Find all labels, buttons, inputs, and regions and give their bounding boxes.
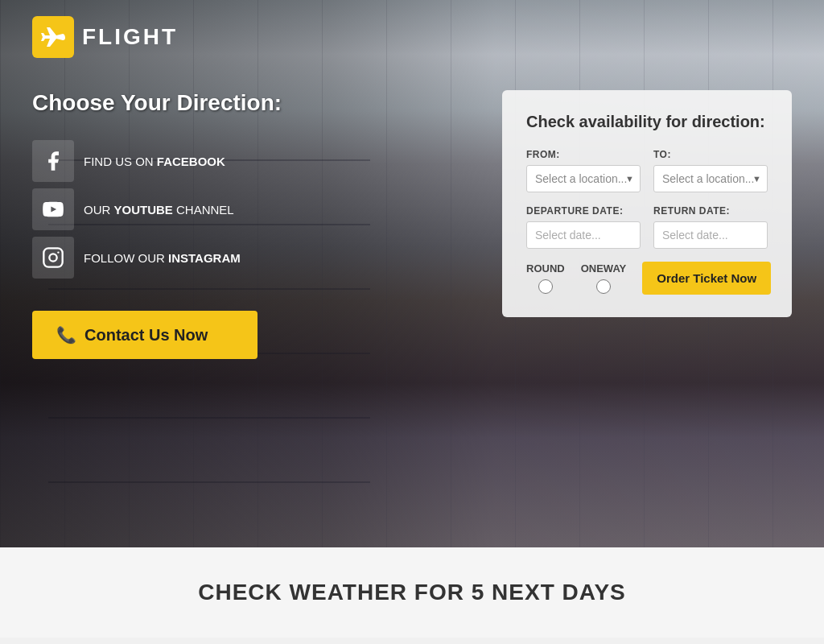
choose-direction-heading: Choose Your Direction: xyxy=(32,90,314,116)
youtube-row: OUR YOUTUBE CHANNEL xyxy=(32,188,314,230)
order-ticket-button[interactable]: Order Ticket Now xyxy=(642,262,771,295)
dates-row: DEPARTURE DATE: RETURN DATE: xyxy=(526,205,768,249)
from-select[interactable]: Select a location... xyxy=(526,165,641,192)
logo-icon-box xyxy=(32,16,74,58)
youtube-label: OUR YOUTUBE CHANNEL xyxy=(84,203,234,217)
logo: FLIGHT xyxy=(0,0,824,74)
hero-section: FLIGHT Choose Your Direction: xyxy=(0,0,824,547)
hero-content: FLIGHT Choose Your Direction: xyxy=(0,0,824,547)
departure-label: DEPARTURE DATE: xyxy=(526,205,641,217)
to-label: TO: xyxy=(653,149,768,160)
contact-btn-label: Contact Us Now xyxy=(84,326,208,345)
youtube-icon[interactable] xyxy=(32,188,74,230)
logo-text: FLIGHT xyxy=(82,24,178,50)
contact-us-button[interactable]: 📞 Contact Us Now xyxy=(32,311,258,359)
oneway-radio-group: ONEWAY xyxy=(581,262,627,294)
return-input[interactable] xyxy=(653,221,768,249)
left-panel: Choose Your Direction: FIND US ON FACEBO… xyxy=(32,90,314,359)
from-select-wrapper: Select a location... xyxy=(526,165,641,192)
return-label: RETURN DATE: xyxy=(653,205,768,217)
to-group: TO: Select a location... xyxy=(653,149,768,192)
svg-point-1 xyxy=(49,254,56,261)
facebook-label: FIND US ON FACEBOOK xyxy=(84,155,225,168)
svg-rect-0 xyxy=(43,248,62,266)
round-label: ROUND xyxy=(526,262,565,275)
options-row: ROUND ONEWAY Order Ticket Now xyxy=(526,262,768,295)
booking-form: Check availability for direction: FROM: … xyxy=(502,90,792,317)
airplane-icon xyxy=(40,24,66,50)
from-group: FROM: Select a location... xyxy=(526,149,641,192)
svg-point-2 xyxy=(57,251,59,253)
bottom-section: CHECK WEATHER FOR 5 NEXT DAYS xyxy=(0,547,824,638)
return-group: RETURN DATE: xyxy=(653,205,768,249)
social-section: FIND US ON FACEBOOK OUR YOUTUBE CHANNEL xyxy=(32,140,314,279)
from-to-row: FROM: Select a location... TO: Select a … xyxy=(526,149,768,192)
from-label: FROM: xyxy=(526,149,641,160)
weather-title: CHECK WEATHER FOR 5 NEXT DAYS xyxy=(32,580,792,605)
departure-input[interactable] xyxy=(526,221,641,249)
phone-icon: 📞 xyxy=(56,325,76,345)
to-select[interactable]: Select a location... xyxy=(653,165,768,192)
facebook-icon[interactable] xyxy=(32,140,74,182)
instagram-label: FOLLOW OUR INSTAGRAM xyxy=(84,251,241,265)
form-title: Check availability for direction: xyxy=(526,113,768,131)
to-select-wrapper: Select a location... xyxy=(653,165,768,192)
facebook-row: FIND US ON FACEBOOK xyxy=(32,140,314,182)
round-radio-group: ROUND xyxy=(526,262,565,294)
oneway-radio[interactable] xyxy=(596,279,611,294)
instagram-icon[interactable] xyxy=(32,237,74,279)
instagram-row: FOLLOW OUR INSTAGRAM xyxy=(32,237,314,279)
oneway-label: ONEWAY xyxy=(581,262,627,275)
hero-main: Choose Your Direction: FIND US ON FACEBO… xyxy=(0,74,824,547)
departure-group: DEPARTURE DATE: xyxy=(526,205,641,249)
round-radio[interactable] xyxy=(538,279,553,294)
